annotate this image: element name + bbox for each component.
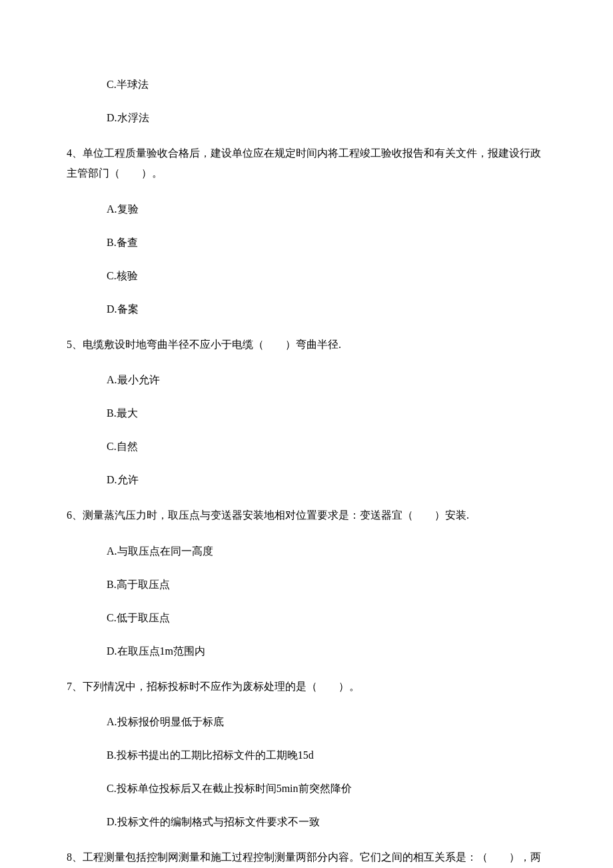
q4-option-b: B.备查 <box>67 235 546 251</box>
q3-option-c: C.半球法 <box>67 77 546 93</box>
q5-option-b: B.最大 <box>67 405 546 421</box>
q6-stem: 6、测量蒸汽压力时，取压点与变送器安装地相对位置要求是：变送器宜（ ）安装. <box>67 505 546 525</box>
q7-stem: 7、下列情况中，招标投标时不应作为废标处理的是（ ）。 <box>67 677 546 697</box>
q3-option-d: D.水浮法 <box>67 110 546 126</box>
q8-stem: 8、工程测量包括控制网测量和施工过程控制测量两部分内容。它们之间的相互关系是：（… <box>67 847 546 868</box>
q6-option-b: B.高于取压点 <box>67 577 546 593</box>
document-page: C.半球法 D.水浮法 4、单位工程质量验收合格后，建设单位应在规定时间内将工程… <box>0 0 613 868</box>
q5-stem: 5、电缆敷设时地弯曲半径不应小于电缆（ ）弯曲半径. <box>67 335 546 355</box>
q6-option-c: C.低于取压点 <box>67 610 546 626</box>
q5-option-a: A.最小允许 <box>67 372 546 388</box>
q4-stem: 4、单位工程质量验收合格后，建设单位应在规定时间内将工程竣工验收报告和有关文件，… <box>67 143 546 184</box>
q7-option-d: D.投标文件的编制格式与招标文件要求不一致 <box>67 814 546 830</box>
q4-option-c: C.核验 <box>67 268 546 284</box>
q6-option-a: A.与取压点在同一高度 <box>67 543 546 559</box>
q5-option-c: C.自然 <box>67 439 546 455</box>
q5-option-d: D.允许 <box>67 472 546 488</box>
q4-option-d: D.备案 <box>67 301 546 317</box>
q4-option-a: A.复验 <box>67 201 546 217</box>
q6-option-d: D.在取压点1m范围内 <box>67 643 546 659</box>
q7-option-a: A.投标报价明显低于标底 <box>67 714 546 730</box>
q7-option-c: C.投标单位投标后又在截止投标时间5min前突然降价 <box>67 781 546 797</box>
q7-option-b: B.投标书提出的工期比招标文件的工期晚15d <box>67 747 546 763</box>
